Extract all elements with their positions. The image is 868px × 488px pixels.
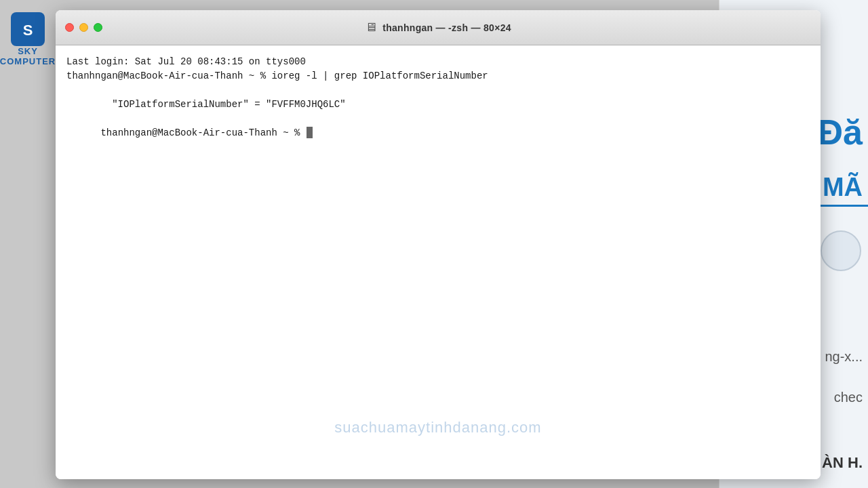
sky-logo-icon: S bbox=[11, 12, 45, 46]
svg-text:S: S bbox=[23, 22, 33, 39]
terminal-window: 🖥 thanhngan — -zsh — 80×24 Last login: S… bbox=[56, 10, 821, 479]
window-title: thanhngan — -zsh — 80×24 bbox=[382, 22, 511, 33]
close-button[interactable] bbox=[65, 23, 74, 32]
terminal-body[interactable]: Last login: Sat Jul 20 08:43:15 on ttys0… bbox=[56, 45, 821, 479]
terminal-line-1: Last login: Sat Jul 20 08:43:15 on ttys0… bbox=[66, 55, 810, 69]
logo-brand-text: SKY bbox=[18, 46, 38, 56]
bg-text-che: chec bbox=[834, 390, 868, 405]
terminal-icon: 🖥 bbox=[365, 20, 377, 35]
maximize-button[interactable] bbox=[94, 23, 102, 32]
logo-sub-text: COMPUTER bbox=[0, 56, 56, 66]
terminal-prompt: thanhngan@MacBook-Air-cua-Thanh ~ % bbox=[100, 127, 305, 138]
bg-text-nh: ÀN H. bbox=[822, 454, 868, 472]
sky-logo: S SKY COMPUTER bbox=[0, 12, 56, 66]
window-controls bbox=[65, 23, 102, 32]
bg-text-ng: ng-x... bbox=[825, 349, 868, 365]
terminal-cursor bbox=[307, 127, 313, 138]
terminal-line-empty bbox=[66, 83, 810, 98]
title-bar: 🖥 thanhngan — -zsh — 80×24 bbox=[56, 10, 821, 45]
terminal-line-4: thanhngan@MacBook-Air-cua-Thanh ~ % bbox=[66, 112, 810, 155]
terminal-line-2: thanhngan@MacBook-Air-cua-Thanh ~ % iore… bbox=[66, 69, 810, 83]
bg-circle-decoration bbox=[821, 230, 861, 271]
bg-text-da: Đă bbox=[818, 112, 868, 152]
watermark-text: suachuamaytinhdanang.com bbox=[334, 416, 541, 439]
terminal-line-3: "IOPlatformSerialNumber" = "FVFFM0JHQ6LC… bbox=[66, 98, 810, 112]
minimize-button[interactable] bbox=[79, 23, 88, 32]
